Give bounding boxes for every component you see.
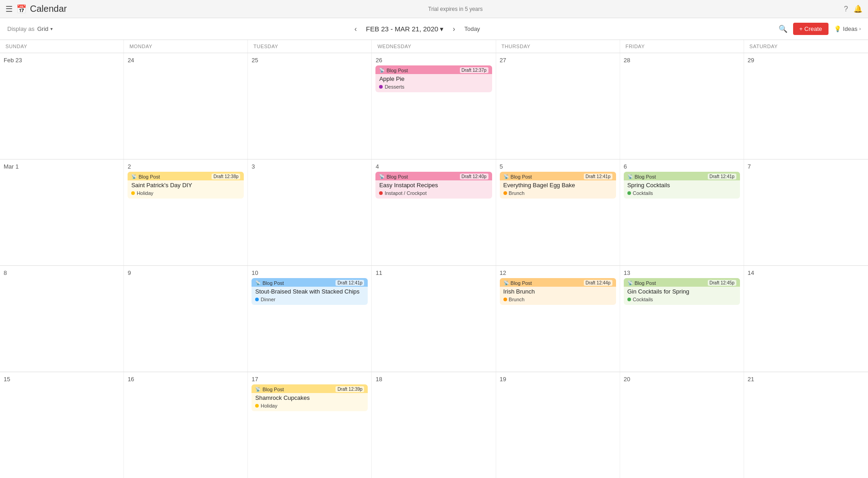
bell-icon[interactable]: 🔔 [853, 5, 863, 13]
event-header: 📡 Blog Post Draft 12:37p [375, 65, 492, 74]
tag-dot [627, 298, 631, 301]
day-number: 5 [500, 163, 616, 170]
draft-time-badge: Draft 12:45p [708, 280, 736, 286]
day-cell-mar9: 9 [124, 266, 248, 372]
top-bar-right: ? 🔔 [844, 5, 863, 13]
day-cell-mar5: 5 📡 Blog Post Draft 12:41p Everything Ba… [496, 159, 620, 265]
event-card[interactable]: 📡 Blog Post Draft 12:41p Spring Cocktail… [624, 172, 740, 199]
tag-label: Desserts [385, 84, 404, 90]
event-body: Spring Cocktails Cocktails [624, 180, 740, 199]
tag-label: Dinner [261, 297, 275, 302]
toolbar-right: 🔍 + Create 💡 Ideas › [779, 23, 861, 35]
view-mode-select[interactable]: Grid ▾ [37, 25, 53, 32]
day-number: 12 [500, 269, 616, 276]
event-card[interactable]: 📡 Blog Post Draft 12:38p Saint Patrick's… [128, 172, 244, 199]
hamburger-icon[interactable]: ☰ [5, 4, 13, 14]
event-tag: Instapot / Crockpot [379, 190, 488, 196]
tag-dot [503, 191, 507, 195]
day-number: 18 [375, 376, 492, 383]
draft-time-badge: Draft 12:40p [460, 174, 488, 179]
day-cell-feb28: 28 [620, 53, 744, 159]
day-cell-mar19: 19 [496, 372, 620, 478]
draft-time-badge: Draft 12:41p [584, 174, 612, 179]
day-number: 27 [500, 57, 616, 64]
tag-dot [255, 298, 259, 301]
day-number: 4 [375, 163, 492, 170]
day-number: 9 [128, 269, 244, 276]
event-card[interactable]: 📡 Blog Post Draft 12:37p Apple Pie Desse… [375, 65, 492, 92]
day-header-tuesday: TUESDAY [248, 40, 372, 53]
event-card[interactable]: 📡 Blog Post Draft 12:44p Irish Brunch Br… [500, 278, 616, 305]
day-header-monday: MONDAY [124, 40, 248, 53]
event-card[interactable]: 📡 Blog Post Draft 12:40p Easy Instapot R… [375, 172, 492, 199]
day-cell-mar16: 16 [124, 372, 248, 478]
day-number: Mar 1 [4, 163, 120, 170]
tag-dot [379, 191, 383, 195]
ideas-chevron-icon: › [859, 26, 861, 31]
event-type: Blog Post [138, 174, 160, 179]
draft-time-badge: Draft 12:41p [708, 174, 736, 179]
day-header-friday: FRIDAY [620, 40, 744, 53]
event-card[interactable]: 📡 Blog Post Draft 12:39p Shamrock Cupcak… [252, 384, 368, 411]
event-card[interactable]: 📡 Blog Post Draft 12:45p Gin Cocktails f… [624, 278, 740, 305]
event-title: Easy Instapot Recipes [379, 182, 488, 189]
day-number: 19 [500, 376, 616, 383]
today-button[interactable]: Today [464, 25, 480, 32]
help-icon[interactable]: ? [844, 5, 848, 13]
date-range[interactable]: FEB 23 - MAR 21, 2020 ▾ [366, 25, 444, 33]
event-tag: Brunch [503, 297, 612, 302]
event-card[interactable]: 📡 Blog Post Draft 12:41p Everything Bage… [500, 172, 616, 199]
lightbulb-icon: 💡 [834, 25, 841, 32]
main-content: SUNDAY MONDAY TUESDAY WEDNESDAY THURSDAY… [0, 40, 868, 478]
ideas-button[interactable]: 💡 Ideas › [834, 25, 861, 32]
day-number: 14 [748, 269, 864, 276]
draft-time-badge: Draft 12:44p [584, 280, 612, 286]
view-mode-label: Grid [37, 25, 49, 32]
toolbar-center: ‹ FEB 23 - MAR 21, 2020 ▾ › Today [60, 23, 771, 35]
event-title: Gin Cocktails for Spring [627, 288, 736, 295]
draft-time-badge: Draft 12:38p [212, 174, 240, 179]
tag-label: Holiday [261, 403, 277, 408]
event-tag: Holiday [131, 190, 240, 196]
day-cell-feb25: 25 [248, 53, 372, 159]
prev-nav-button[interactable]: ‹ [351, 23, 360, 35]
tag-label: Cocktails [633, 190, 653, 196]
day-cell-mar18: 18 [372, 372, 496, 478]
day-number: 26 [375, 57, 492, 64]
event-card[interactable]: 📡 Blog Post Draft 12:41p Stout-Braised S… [252, 278, 368, 305]
day-number: 24 [128, 57, 244, 64]
rss-icon: 📡 [627, 174, 633, 179]
day-cell-mar7: 7 [744, 159, 868, 265]
event-body: Easy Instapot Recipes Instapot / Crockpo… [375, 180, 492, 199]
event-title: Apple Pie [379, 75, 488, 82]
event-tag: Brunch [503, 190, 612, 196]
next-nav-button[interactable]: › [449, 23, 459, 35]
event-header: 📡 Blog Post Draft 12:41p [252, 278, 368, 287]
event-header: 📡 Blog Post Draft 12:41p [500, 172, 616, 180]
date-range-label: FEB 23 - MAR 21, 2020 [366, 25, 438, 33]
day-cell-mar13: 13 📡 Blog Post Draft 12:45p Gin Cocktail… [620, 266, 744, 372]
search-icon[interactable]: 🔍 [779, 25, 788, 33]
trial-text: Trial expires in 5 years [428, 6, 483, 12]
day-cell-feb23: Feb 23 [0, 53, 124, 159]
day-cell-mar15: 15 [0, 372, 124, 478]
event-tag: Dinner [255, 297, 364, 302]
event-header: 📡 Blog Post Draft 12:38p [128, 172, 244, 180]
event-title: Spring Cocktails [627, 182, 736, 189]
day-number: 29 [748, 57, 864, 64]
day-cell-mar10: 10 📡 Blog Post Draft 12:41p Stout-Braise… [248, 266, 372, 372]
day-number: 2 [128, 163, 244, 170]
top-bar-center: Trial expires in 5 years [71, 6, 839, 12]
day-number: 25 [252, 57, 368, 64]
day-cell-mar4: 4 📡 Blog Post Draft 12:40p Easy Instapot… [372, 159, 496, 265]
week-row: Feb 23 24 25 26 📡 Blog Post [0, 53, 868, 159]
event-body: Irish Brunch Brunch [500, 287, 616, 305]
create-button[interactable]: + Create [793, 23, 829, 35]
day-cell-mar1: Mar 1 [0, 159, 124, 265]
day-number: 11 [375, 269, 492, 276]
event-header: 📡 Blog Post Draft 12:45p [624, 278, 740, 287]
day-cell-mar14: 14 [744, 266, 868, 372]
day-number: 21 [748, 376, 864, 383]
day-cell-mar2: 2 📡 Blog Post Draft 12:38p Saint Patrick… [124, 159, 248, 265]
rss-icon: 📡 [627, 280, 633, 285]
